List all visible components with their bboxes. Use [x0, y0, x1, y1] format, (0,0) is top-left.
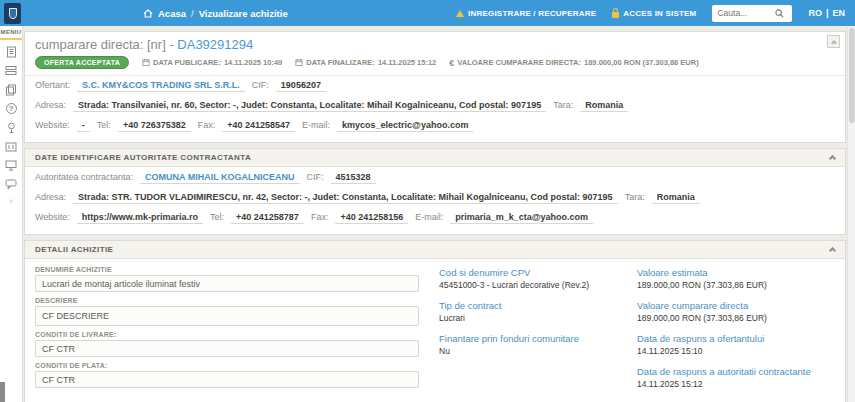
- breadcrumb-current: Vizualizare achizitie: [199, 8, 288, 19]
- fax-label: Fax:: [198, 120, 216, 130]
- warning-icon: [456, 10, 464, 17]
- authority-section-title: DATE IDENTIFICARE AUTORITATE CONTRACTANT…: [35, 153, 251, 162]
- data-raspuns-ofertant-item: Data de raspuns a ofertantului 14.11.202…: [637, 333, 835, 356]
- register-link[interactable]: INREGISTRARE / RECUPERARE: [456, 9, 596, 18]
- bottom-left-fragment: [0, 382, 5, 402]
- divider: [25, 75, 845, 76]
- authority-tel: +40 241258787: [231, 212, 304, 224]
- vertical-scrollbar[interactable]: [847, 26, 855, 402]
- denumire-achizitie-input[interactable]: [35, 275, 419, 292]
- field-label: CONDITII DE LIVRARE:: [35, 331, 419, 338]
- cif-label: CIF:: [252, 80, 269, 90]
- ofertant-tara: Romania: [580, 100, 628, 112]
- register-link-label: INREGISTRARE / RECUPERARE: [468, 9, 596, 18]
- breadcrumb-home[interactable]: Acasa: [158, 8, 186, 19]
- chevron-up-icon[interactable]: [829, 247, 836, 254]
- acquisition-id-link[interactable]: DA39291294: [177, 37, 253, 52]
- news-icon[interactable]: [4, 44, 19, 59]
- home-icon: [143, 9, 153, 18]
- authority-fax: +40 241258156: [335, 212, 408, 224]
- euro-icon: €: [449, 58, 454, 68]
- acquisition-header-panel: cumparare directa: [nr] - DA39291294 OFE…: [24, 31, 846, 143]
- title-prefix: cumparare directa: [nr] -: [35, 37, 177, 52]
- chevron-up-icon[interactable]: [829, 155, 836, 162]
- tel-label: Tel:: [97, 120, 111, 130]
- data-raspuns-autoritate-item: Data de raspuns a autoritatii contractan…: [637, 366, 835, 389]
- search-input[interactable]: [717, 8, 775, 18]
- card-icon[interactable]: [4, 139, 19, 154]
- app-window: Acasa / Vizualizare achizitie INREGISTRA…: [0, 0, 855, 402]
- app-logo[interactable]: [4, 3, 21, 24]
- left-sidebar: MENIU ? ›: [0, 26, 23, 402]
- top-navbar: Acasa / Vizualizare achizitie INREGISTRA…: [0, 0, 855, 26]
- menu-label: MENIU: [1, 26, 22, 35]
- details-section-header[interactable]: DETALII ACHIZITIE: [25, 241, 845, 259]
- authority-body: Autoritatea contractanta: COMUNA MIHAIL …: [25, 167, 845, 234]
- main-content: cumparare directa: [nr] - DA39291294 OFE…: [23, 26, 847, 402]
- valoare-estimata-item: Valoare estimata 189.000,00 RON (37.303,…: [637, 267, 835, 290]
- info-column-right: Valoare estimata 189.000,00 RON (37.303,…: [637, 267, 835, 399]
- access-link[interactable]: ACCES IN SISTEM: [612, 9, 696, 18]
- sidebar-expand-chevron[interactable]: ›: [10, 196, 13, 206]
- breadcrumb: Acasa / Vizualizare achizitie: [143, 8, 288, 19]
- access-link-label: ACCES IN SISTEM: [623, 9, 696, 18]
- ofertant-name-link[interactable]: S.C. KMY&COS TRADING SRL S.R.L.: [77, 80, 245, 92]
- monitor-icon[interactable]: [4, 158, 19, 173]
- details-info-columns: Cod si denumire CPV 45451000-3 - Lucrari…: [439, 261, 835, 399]
- authority-row: Autoritatea contractanta: COMUNA MIHAIL …: [35, 172, 835, 184]
- details-body: DENUMIRE ACHIZITIE DESCRIERE CONDITII DE…: [25, 259, 845, 402]
- field-label: DENUMIRE ACHIZITIE: [35, 266, 419, 273]
- finantare-item: Finantare prin fonduri comunitare Nu: [439, 333, 637, 356]
- conditii-plata-input[interactable]: [35, 371, 419, 388]
- lang-ro-button[interactable]: RO: [808, 8, 822, 18]
- authority-adresa: Strada: STR. TUDOR VLADIMIRESCU, nr. 42,…: [73, 192, 618, 204]
- authority-panel: DATE IDENTIFICARE AUTORITATE CONTRACTANT…: [24, 148, 846, 235]
- ofertant-email: kmycos_electric@yahoo.com: [337, 120, 473, 132]
- lang-divider: |: [826, 8, 829, 18]
- lang-en-button[interactable]: EN: [832, 8, 845, 18]
- authority-address-row: Adresa: Strada: STR. TUDOR VLADIMIRESCU,…: [35, 192, 835, 204]
- details-fields: DENUMIRE ACHIZITIE DESCRIERE CONDITII DE…: [35, 261, 419, 399]
- data-publicare: DATA PUBLICARE: 14.11.2025 10:49: [142, 58, 282, 67]
- page-title: cumparare directa: [nr] - DA39291294: [35, 37, 835, 52]
- authority-email: primaria_m_k_cta@yahoo.com: [450, 212, 593, 224]
- list-icon[interactable]: [4, 63, 19, 78]
- adresa-label: Adresa:: [35, 100, 66, 110]
- status-row: OFERTA ACCEPTATA DATA PUBLICARE: 14.11.2…: [35, 56, 835, 69]
- email-label: E-mail:: [302, 120, 330, 130]
- authority-cif: 4515328: [331, 172, 376, 184]
- search-icon[interactable]: [775, 9, 784, 18]
- calendar-icon: [295, 58, 303, 67]
- ofertant-row: Ofertant: S.C. KMY&COS TRADING SRL S.R.L…: [35, 80, 835, 92]
- panel-collapse-button[interactable]: [827, 35, 840, 48]
- ofertant-tel: +40 726375382: [118, 120, 191, 132]
- authority-website: https://www.mk-primaria.ro: [77, 212, 203, 224]
- scrollbar-thumb[interactable]: [849, 28, 855, 123]
- conditii-livrare-input[interactable]: [35, 340, 419, 357]
- authority-tara: Romania: [652, 192, 700, 204]
- details-section-title: DETALII ACHIZITIE: [35, 245, 113, 254]
- help-icon[interactable]: ?: [4, 101, 19, 116]
- ofertant-contact-row: Website: - Tel: +40 726375382 Fax: +40 2…: [35, 120, 835, 132]
- ofertant-address-row: Adresa: Strada: Transilvaniei, nr. 60, S…: [35, 100, 835, 112]
- search-box[interactable]: [712, 5, 792, 22]
- ofertant-fax: +40 241258547: [222, 120, 295, 132]
- authority-contact-row: Website: https://www.mk-primaria.ro Tel:…: [35, 212, 835, 224]
- lock-icon: [612, 12, 619, 18]
- data-finalizare: DATA FINALIZARE: 14.11.2025 15:12: [295, 58, 436, 67]
- pin-icon[interactable]: [4, 120, 19, 135]
- tip-contract-item: Tip de contract Lucrari: [439, 300, 637, 323]
- copy-icon[interactable]: [4, 82, 19, 97]
- authority-section-header[interactable]: DATE IDENTIFICARE AUTORITATE CONTRACTANT…: [25, 149, 845, 167]
- calendar-icon: [142, 58, 150, 67]
- language-switcher: RO | EN: [808, 8, 845, 18]
- authority-name-link[interactable]: COMUNA MIHAIL KOGALNICEANU: [140, 172, 300, 184]
- tara-label: Tara:: [553, 100, 573, 110]
- cpv-item: Cod si denumire CPV 45451000-3 - Lucrari…: [439, 267, 637, 290]
- ofertant-website: -: [77, 120, 90, 132]
- ofertant-label: Ofertant:: [35, 80, 70, 90]
- website-label: Website:: [35, 120, 70, 130]
- descriere-input[interactable]: [35, 306, 419, 326]
- valoare-directa-item: Valoare cumparare directa 189.000,00 RON…: [637, 300, 835, 323]
- chat-icon[interactable]: [4, 177, 19, 192]
